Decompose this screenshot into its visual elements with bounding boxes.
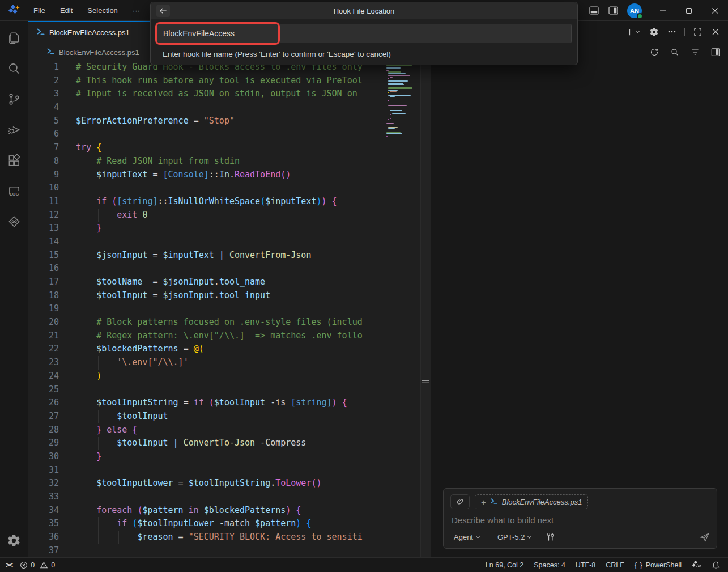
tools-icon[interactable] — [543, 531, 557, 543]
close-panel-icon[interactable] — [710, 26, 721, 37]
run-debug-icon[interactable] — [5, 121, 23, 139]
search-icon[interactable] — [5, 60, 23, 78]
copilot-diamonds-icon[interactable] — [692, 560, 701, 570]
app-logo-icon — [0, 4, 28, 16]
sash-handle[interactable] — [422, 380, 429, 383]
chat-settings-gear-icon[interactable] — [648, 26, 659, 37]
menu-edit[interactable]: Edit — [55, 4, 78, 17]
infinity-badge-icon[interactable] — [5, 213, 23, 231]
context-file-chip[interactable]: + BlockEnvFileAccess.ps1 — [475, 494, 588, 509]
chat-input-box[interactable]: + BlockEnvFileAccess.ps1 Describe what t… — [443, 488, 717, 549]
tab-blockenvfileaccess[interactable]: BlockEnvFileAccess.ps1 — [28, 21, 160, 44]
send-button[interactable] — [699, 532, 710, 543]
account-avatar[interactable]: AN — [627, 3, 642, 18]
window-close-button[interactable] — [702, 0, 728, 21]
chat-prompt-input[interactable]: Describe what to build next — [452, 515, 554, 525]
indentation[interactable]: Spaces: 4 — [534, 561, 565, 569]
toggle-panel-icon[interactable] — [584, 3, 603, 19]
toggle-secondary-sidebar-icon[interactable] — [603, 3, 623, 19]
extensions-icon[interactable] — [5, 151, 23, 170]
chat-panel: + BlockEnvFileAccess.ps1 Describe what t… — [431, 21, 728, 557]
powershell-file-icon — [36, 27, 45, 38]
breadcrumb-item: BlockEnvFileAccess.ps1 — [59, 48, 139, 57]
chat-view-toolbar — [649, 46, 721, 58]
search-chats-icon[interactable] — [669, 46, 680, 58]
window-maximize-button[interactable] — [676, 0, 702, 21]
chat-more-actions-icon[interactable] — [666, 26, 678, 37]
agent-mode-dropdown[interactable]: Agent — [452, 532, 483, 543]
minimap[interactable] — [386, 62, 420, 557]
editor-group: BlockEnvFileAccess.ps1 BlockEnvFileAcces… — [28, 21, 431, 557]
hook-file-location-dialog: Hook File Location Enter hook file name … — [150, 2, 578, 65]
split-editor-icon[interactable] — [710, 46, 721, 58]
refresh-icon[interactable] — [649, 46, 660, 58]
remote-indicator-icon[interactable]: >< — [6, 561, 12, 569]
chat-panel-toolbar — [624, 26, 721, 37]
hook-file-name-input[interactable] — [156, 24, 572, 43]
new-chat-button[interactable] — [624, 26, 641, 37]
menu-bar: File Edit Selection ··· — [28, 4, 145, 17]
filter-icon[interactable] — [689, 46, 701, 58]
powershell-file-icon — [490, 497, 498, 507]
window-minimize-button[interactable] — [650, 0, 676, 21]
dialog-header: Hook File Location — [151, 2, 577, 19]
vscode-window: File Edit Selection ··· AN — [0, 0, 728, 572]
back-arrow-icon[interactable] — [156, 5, 170, 17]
cursor-position[interactable]: Ln 69, Col 2 — [486, 561, 523, 569]
add-context-icon: + — [481, 498, 486, 506]
eol-sequence[interactable]: CRLF — [606, 561, 624, 569]
error-count: 0 — [31, 561, 35, 569]
toolbar-separator — [684, 28, 685, 36]
problems-indicator[interactable]: 0 0 — [20, 561, 55, 569]
maximize-panel-icon[interactable] — [692, 26, 703, 37]
braces-icon: { } — [635, 561, 643, 569]
model-picker-dropdown[interactable]: GPT-5.2 — [495, 532, 534, 543]
powershell-file-icon — [46, 47, 55, 57]
source-control-icon[interactable] — [5, 90, 23, 108]
language-mode[interactable]: { } PowerShell — [635, 561, 682, 569]
attach-context-button[interactable] — [450, 494, 470, 509]
code-lines: 1# Security Guard Hook - Blocks access t… — [28, 61, 431, 557]
svg-text:LOG: LOG — [9, 192, 19, 197]
dialog-title: Hook File Location — [151, 7, 577, 15]
menu-file[interactable]: File — [28, 4, 50, 17]
explorer-icon[interactable] — [5, 29, 23, 47]
output-log-icon[interactable]: LOG — [5, 182, 23, 200]
status-bar: >< 0 0 Ln 69, Col 2 Spaces: 4 UTF-8 CRLF… — [0, 557, 728, 572]
menu-overflow[interactable]: ··· — [127, 4, 145, 17]
titlebar-controls: AN — [584, 0, 728, 21]
code-editor[interactable]: 1# Security Guard Hook - Blocks access t… — [28, 61, 431, 557]
dialog-helper-text: Enter hook file name (Press 'Enter' to c… — [163, 50, 391, 58]
presence-dot — [637, 13, 643, 19]
editor-scrollbar[interactable] — [420, 61, 431, 557]
context-file-name: BlockEnvFileAccess.ps1 — [502, 498, 582, 506]
activity-bar: LOG — [0, 21, 28, 557]
manage-gear-icon[interactable] — [5, 531, 23, 549]
encoding[interactable]: UTF-8 — [576, 561, 595, 569]
warning-count: 0 — [51, 561, 55, 569]
tab-label: BlockEnvFileAccess.ps1 — [49, 28, 130, 37]
menu-selection[interactable]: Selection — [82, 4, 122, 17]
notifications-bell-icon[interactable] — [712, 561, 720, 570]
